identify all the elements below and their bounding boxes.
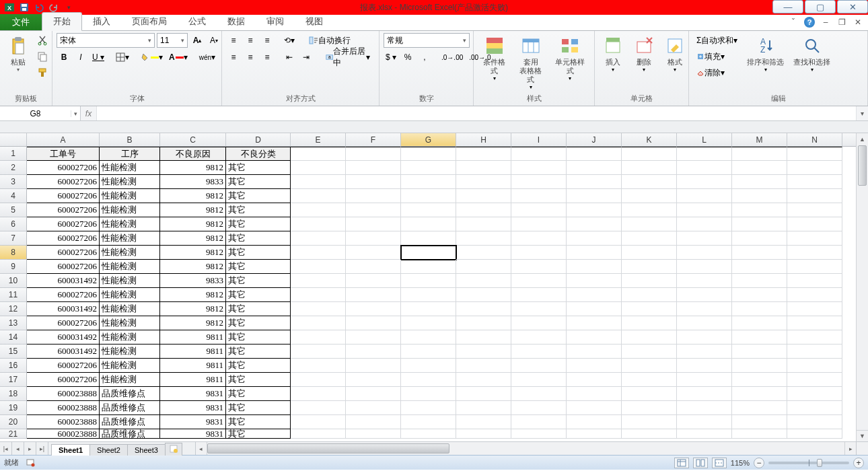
cell-F11[interactable] [346, 288, 401, 302]
cell-C4[interactable]: 9812 [160, 189, 226, 203]
tab-file[interactable]: 文件 [0, 14, 42, 30]
cell-J18[interactable] [567, 387, 622, 401]
cell-E13[interactable] [291, 316, 346, 330]
cell-B7[interactable]: 性能检测 [100, 231, 160, 246]
cell-G13[interactable] [401, 316, 456, 330]
cell-I9[interactable] [511, 260, 567, 274]
cell-D4[interactable]: 其它 [226, 189, 291, 203]
cell-F9[interactable] [346, 260, 401, 274]
tab-layout[interactable]: 页面布局 [121, 13, 178, 30]
cell-I15[interactable] [511, 345, 567, 359]
cell-K13[interactable] [622, 316, 677, 330]
align-left-icon[interactable]: ≡ [226, 50, 241, 65]
cell-L15[interactable] [677, 345, 732, 359]
cell-C7[interactable]: 9812 [160, 231, 226, 246]
cell-J12[interactable] [567, 302, 622, 316]
cell-F13[interactable] [346, 316, 401, 330]
cell-G20[interactable] [401, 415, 456, 429]
cell-C3[interactable]: 9833 [160, 175, 226, 189]
cell-K15[interactable] [622, 345, 677, 359]
ribbon-minimize-icon[interactable]: ˇ [787, 16, 799, 28]
cell-J9[interactable] [567, 260, 622, 274]
cell-M11[interactable] [732, 288, 787, 302]
col-header-E[interactable]: E [291, 133, 346, 146]
cell-C13[interactable]: 9812 [160, 316, 226, 330]
cell-M5[interactable] [732, 203, 787, 217]
cell-styles-button[interactable]: 单元格样式▾ [550, 33, 590, 83]
cell-K18[interactable] [622, 387, 677, 401]
cell-G18[interactable] [401, 387, 456, 401]
tab-review[interactable]: 审阅 [256, 13, 295, 30]
cell-J20[interactable] [567, 415, 622, 429]
cell-L1[interactable] [677, 147, 732, 161]
cell-M10[interactable] [732, 274, 787, 288]
cell-N20[interactable] [787, 415, 842, 429]
cell-E18[interactable] [291, 387, 346, 401]
format-cells-button[interactable]: 格式▾ [661, 33, 689, 75]
cell-M3[interactable] [732, 175, 787, 189]
row-header-18[interactable]: 18 [0, 387, 27, 401]
cell-L6[interactable] [677, 217, 732, 231]
cell-C2[interactable]: 9812 [160, 161, 226, 175]
cell-N14[interactable] [787, 330, 842, 345]
cell-N10[interactable] [787, 274, 842, 288]
fill-color-icon[interactable]: ▾ [139, 50, 165, 65]
cell-E14[interactable] [291, 330, 346, 345]
cell-N11[interactable] [787, 288, 842, 302]
cell-J4[interactable] [567, 189, 622, 203]
cell-B9[interactable]: 性能检测 [100, 260, 160, 274]
formula-expand-icon[interactable]: ▾ [856, 106, 868, 120]
cell-D9[interactable]: 其它 [226, 260, 291, 274]
cell-B1[interactable]: 工序 [100, 147, 160, 161]
view-page-break-icon[interactable] [712, 458, 727, 468]
cell-D16[interactable]: 其它 [226, 359, 291, 373]
cell-F4[interactable] [346, 189, 401, 203]
align-top-icon[interactable]: ≡ [226, 33, 241, 48]
view-normal-icon[interactable] [674, 458, 689, 468]
col-header-M[interactable]: M [732, 133, 787, 146]
cell-C10[interactable]: 9833 [160, 274, 226, 288]
cell-N7[interactable] [787, 231, 842, 246]
cell-N21[interactable] [787, 429, 842, 439]
cell-M16[interactable] [732, 359, 787, 373]
cell-B18[interactable]: 品质维修点 [100, 387, 160, 401]
cell-I12[interactable] [511, 302, 567, 316]
row-header-8[interactable]: 8 [0, 246, 27, 260]
hscroll-thumb[interactable] [207, 443, 449, 454]
cell-H11[interactable] [456, 288, 511, 302]
cell-J11[interactable] [567, 288, 622, 302]
row-header-19[interactable]: 19 [0, 401, 27, 415]
sheet-first-icon[interactable]: |◂ [0, 442, 12, 455]
format-painter-icon[interactable] [35, 65, 50, 80]
cell-L12[interactable] [677, 302, 732, 316]
cell-D21[interactable]: 其它 [226, 429, 291, 439]
decrease-indent-icon[interactable]: ⇤ [282, 50, 297, 65]
cell-N17[interactable] [787, 373, 842, 387]
col-header-A[interactable]: A [27, 133, 100, 146]
zoom-slider[interactable] [768, 462, 849, 464]
align-right-icon[interactable]: ≡ [260, 50, 275, 65]
scroll-up-icon[interactable]: ▲ [857, 133, 868, 145]
cell-G7[interactable] [401, 231, 456, 246]
cell-E2[interactable] [291, 161, 346, 175]
row-header-2[interactable]: 2 [0, 161, 27, 175]
row-header-17[interactable]: 17 [0, 373, 27, 387]
cell-G21[interactable] [401, 429, 456, 439]
cells-area[interactable]: 工单号工序不良原因不良分类600027206性能检测9812其它60002720… [27, 147, 868, 441]
cell-N16[interactable] [787, 359, 842, 373]
cell-J10[interactable] [567, 274, 622, 288]
cell-D15[interactable]: 其它 [226, 345, 291, 359]
sheet-next-icon[interactable]: ▸ [24, 442, 36, 455]
cell-D6[interactable]: 其它 [226, 217, 291, 231]
cell-C5[interactable]: 9812 [160, 203, 226, 217]
cell-G4[interactable] [401, 189, 456, 203]
minimize-button[interactable]: — [772, 0, 803, 13]
increase-decimal-icon[interactable]: .0→.00 [439, 50, 465, 65]
cell-G14[interactable] [401, 330, 456, 345]
cell-M9[interactable] [732, 260, 787, 274]
number-format-combo[interactable]: 常规▾ [384, 33, 470, 48]
zoom-value[interactable]: 115% [731, 459, 750, 467]
cell-M4[interactable] [732, 189, 787, 203]
insert-cells-button[interactable]: 插入▾ [599, 33, 627, 75]
cell-D7[interactable]: 其它 [226, 231, 291, 246]
